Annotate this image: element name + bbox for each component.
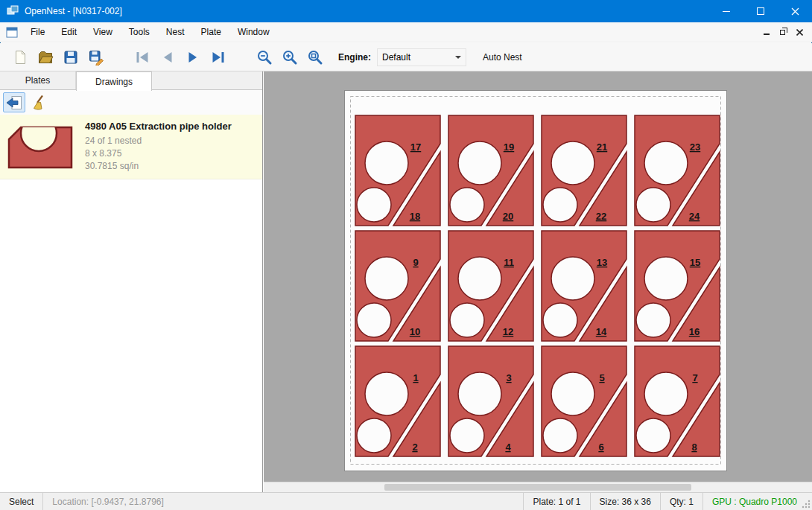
menu-tools[interactable]: Tools bbox=[121, 22, 158, 42]
nested-pair[interactable]: 34 bbox=[448, 346, 533, 456]
drawing-list-item[interactable]: 4980 A05 Extraction pipe holder 24 of 1 … bbox=[0, 115, 262, 179]
pipe-hole bbox=[644, 257, 688, 300]
pipe-hole bbox=[458, 141, 501, 185]
first-plate-button[interactable] bbox=[130, 45, 155, 69]
menu-plate[interactable]: Plate bbox=[193, 22, 229, 42]
drawing-nested-count: 24 of 1 nested bbox=[85, 135, 232, 147]
mdi-minimize-button[interactable] bbox=[758, 22, 775, 42]
maximize-icon bbox=[757, 7, 764, 15]
part-number: 5 bbox=[599, 372, 604, 383]
resize-grip[interactable] bbox=[802, 500, 811, 509]
drawing-size: 8 x 8.375 bbox=[85, 147, 232, 160]
pipe-hole bbox=[365, 372, 408, 415]
statusbar: Select Location: [-0.9437, 21.8796] Plat… bbox=[0, 492, 812, 510]
save-edit-icon bbox=[88, 49, 104, 66]
horizontal-scrollbar[interactable] bbox=[264, 482, 812, 492]
nested-pair[interactable]: 1516 bbox=[635, 231, 720, 341]
zoom-in-button[interactable] bbox=[277, 45, 302, 69]
previous-plate-button[interactable] bbox=[155, 45, 180, 69]
nested-pair[interactable]: 12 bbox=[355, 346, 440, 456]
blue-arrow-page-icon bbox=[5, 95, 23, 111]
part-number: 4 bbox=[505, 442, 511, 453]
nested-pair[interactable]: 56 bbox=[542, 346, 627, 456]
part-number: 12 bbox=[503, 326, 513, 337]
menu-edit[interactable]: Edit bbox=[53, 22, 85, 42]
zoom-fit-button[interactable] bbox=[302, 45, 328, 69]
part-number: 18 bbox=[410, 211, 420, 222]
part-number: 3 bbox=[506, 372, 511, 383]
maximize-button[interactable] bbox=[743, 0, 778, 22]
new-button[interactable] bbox=[7, 45, 33, 69]
open-button[interactable] bbox=[33, 45, 58, 69]
zoom-fit-icon bbox=[307, 49, 323, 66]
pipe-hole bbox=[450, 303, 484, 337]
menu-view[interactable]: View bbox=[85, 22, 121, 42]
engine-select[interactable]: Default bbox=[377, 48, 466, 66]
nested-pair[interactable]: 1718 bbox=[355, 115, 440, 226]
menu-file[interactable]: File bbox=[22, 22, 53, 42]
first-arrow-icon bbox=[134, 49, 150, 66]
last-arrow-icon bbox=[210, 49, 226, 66]
document-window-icon bbox=[6, 27, 18, 38]
nested-pair[interactable]: 2324 bbox=[635, 115, 720, 226]
pipe-hole bbox=[636, 418, 670, 453]
plate-svg: 171819202122232491011121314151612345678 bbox=[345, 91, 726, 471]
save-button[interactable] bbox=[58, 45, 83, 69]
nested-pair[interactable]: 1920 bbox=[448, 115, 533, 226]
zoom-out-button[interactable] bbox=[252, 45, 277, 69]
close-button[interactable] bbox=[778, 0, 812, 22]
part-number: 13 bbox=[597, 257, 607, 268]
nesting-canvas[interactable]: 171819202122232491011121314151612345678 bbox=[264, 71, 812, 482]
part-number: 21 bbox=[597, 141, 607, 153]
minimize-button[interactable] bbox=[709, 0, 743, 22]
pipe-hole bbox=[644, 372, 688, 415]
window-title: OpenNest - [N0317-002] bbox=[25, 6, 122, 16]
nested-pair[interactable]: 1112 bbox=[448, 231, 533, 341]
sidebar-toolbar bbox=[0, 90, 262, 115]
status-gpu: GPU : Quadro P1000 bbox=[702, 493, 812, 510]
part-number: 10 bbox=[410, 326, 420, 337]
pipe-hole bbox=[551, 372, 594, 415]
part-number: 23 bbox=[690, 141, 700, 153]
part-number: 19 bbox=[504, 141, 514, 153]
pipe-hole bbox=[551, 141, 594, 185]
clear-nest-button[interactable] bbox=[28, 92, 51, 112]
engine-value: Default bbox=[382, 52, 410, 63]
auto-nest-button[interactable]: Auto Nest bbox=[478, 49, 527, 66]
part-number: 6 bbox=[598, 442, 603, 453]
last-plate-button[interactable] bbox=[206, 45, 231, 69]
pipe-hole bbox=[636, 188, 670, 222]
send-to-nest-button[interactable] bbox=[3, 92, 25, 112]
nested-pair[interactable]: 1314 bbox=[542, 231, 627, 341]
broom-icon bbox=[31, 95, 48, 111]
mdi-restore-button[interactable] bbox=[775, 22, 791, 42]
pipe-hole bbox=[543, 418, 577, 453]
nested-pair[interactable]: 2122 bbox=[542, 115, 627, 226]
menu-nest[interactable]: Nest bbox=[158, 22, 193, 42]
mdi-close-button[interactable] bbox=[791, 22, 808, 42]
part-thumbnail bbox=[6, 124, 74, 169]
part-number: 2 bbox=[412, 442, 417, 453]
save-as-button[interactable] bbox=[83, 45, 109, 69]
pipe-hole bbox=[365, 257, 408, 300]
pipe-hole bbox=[450, 418, 484, 453]
tab-plates[interactable]: Plates bbox=[0, 71, 76, 89]
menu-window[interactable]: Window bbox=[229, 22, 278, 42]
drawing-title: 4980 A05 Extraction pipe holder bbox=[85, 121, 232, 132]
nested-pair[interactable]: 78 bbox=[635, 346, 720, 456]
drawing-info: 4980 A05 Extraction pipe holder 24 of 1 … bbox=[85, 121, 232, 173]
mdi-restore-icon bbox=[780, 30, 785, 35]
mdi-window-controls bbox=[758, 22, 812, 42]
nested-pair[interactable]: 910 bbox=[355, 231, 440, 341]
tab-drawings[interactable]: Drawings bbox=[76, 71, 152, 91]
pipe-hole bbox=[357, 303, 391, 337]
drawing-area: 30.7815 sq/in bbox=[85, 160, 232, 173]
part-number: 14 bbox=[596, 326, 607, 337]
next-plate-button[interactable] bbox=[180, 45, 206, 69]
scrollbar-thumb[interactable] bbox=[384, 484, 691, 491]
new-page-icon bbox=[12, 49, 28, 66]
minimize-icon bbox=[723, 11, 730, 12]
sidebar: Plates Drawings 4980 A05 Extraction pipe… bbox=[0, 71, 263, 492]
zoom-in-icon bbox=[282, 49, 298, 66]
plate[interactable]: 171819202122232491011121314151612345678 bbox=[344, 90, 727, 471]
